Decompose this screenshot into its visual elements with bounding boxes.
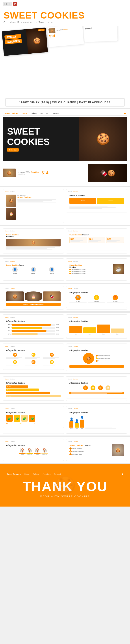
people-content: Infographic Section 👤 Item 👤 Item 👤 xyxy=(68,410,125,432)
process-arrow-3: → xyxy=(103,387,105,389)
free-flyer: Free Flyer xyxy=(18,174,39,175)
preview-hero-slide: SWEET COOKIES 🍪 Order Now xyxy=(2,27,48,56)
bar-row-1: 90% 90% xyxy=(6,324,61,326)
house-slide: Sweet Cookies Infographic Section 🏠 Loca… xyxy=(3,439,64,461)
house-label-3: Location xyxy=(35,454,39,455)
price-row: 🍪 Happy With Cookies Free Flyer $14 🍫🍪 xyxy=(3,162,127,184)
person-col-1: 👤 Item xyxy=(69,418,73,429)
bar-fill-1 xyxy=(11,324,51,326)
icon-line-3 xyxy=(107,302,124,303)
ni1-title: Infographic Section xyxy=(6,349,61,352)
puzzle-title: Infographic Section xyxy=(6,412,61,414)
info1-title: Infographic Section xyxy=(69,292,124,294)
icon-info-grid-1: 🔍 01 Item ⭐ 02 Item 📍 03 Item xyxy=(69,295,124,303)
nav-item-about[interactable]: About us xyxy=(40,112,48,114)
num-item-5: 05 xyxy=(25,360,42,366)
bars-slide-2-wrap: Sweet Cookies Infographic Section Item xyxy=(66,314,127,339)
intro-title: Sweet Cookies xyxy=(17,196,61,198)
ppt-label: PPT xyxy=(3,2,12,6)
vbar-label-3: Item xyxy=(97,333,110,335)
facilities-slide: Sweet Cookies Sweet Cookies Facilities 🍪 xyxy=(3,228,64,253)
bars1-title: Infographic Section xyxy=(6,320,61,322)
ni1-nav-a: Sweet xyxy=(5,346,8,347)
ni1-nav-b: Cookies xyxy=(10,346,15,347)
team-title-sub: Team xyxy=(19,264,23,266)
service-items: Service item description Service item de… xyxy=(69,269,112,274)
info1-nav: Sweet Cookies xyxy=(68,288,125,289)
contact-items: 📞 +1 234 567 890 ✉ hello@cookies.com 📍 1… xyxy=(69,448,110,455)
bars1-nav: Sweet Cookies xyxy=(5,316,62,318)
ci-banner xyxy=(69,365,124,368)
si-dot-2 xyxy=(69,271,71,272)
num-info-row-1: Sweet Cookies Infographic Section 01 xyxy=(0,342,130,373)
vm-content: Vision & Mission Vision Mission xyxy=(68,193,125,210)
vm-line-3 xyxy=(69,206,108,207)
nav-item-bakery[interactable]: Bakery xyxy=(31,112,37,114)
num-badge-6: 06 xyxy=(50,360,54,364)
proc-banner-line-1 xyxy=(71,392,123,393)
process-banner xyxy=(69,392,124,394)
person-icon-3: 👤 xyxy=(80,416,84,420)
bars-row-1: Sweet Cookies Infographic Section 90% 90… xyxy=(0,312,130,340)
ty-nav-home[interactable]: Home xyxy=(24,473,29,475)
ppl-line-2 xyxy=(85,428,112,428)
hero-order-btn[interactable]: Order Now xyxy=(7,148,19,152)
bar-track-4 xyxy=(11,333,55,335)
puzzle-text-rows: 01 02 03 04 xyxy=(6,422,61,424)
vertical-bars-wrap: Item Item Item xyxy=(69,324,124,335)
puz-nav-b: Cookies xyxy=(10,408,15,409)
pyramid-content: Infographic Section 01 → 02 → 03 → 04 xyxy=(68,380,125,396)
person-label-3: Item xyxy=(81,428,83,429)
price-amount: $14 xyxy=(42,171,48,176)
nav-logo: Sweet Cookies xyxy=(4,112,18,114)
puzzle-people-row: Sweet Cookies Infographic Section 🧩 🧩 🧩 … xyxy=(0,404,130,436)
contact-email-icon: ✉ xyxy=(69,450,72,452)
ci-dot-3 xyxy=(96,360,98,362)
num-item-6: 06 xyxy=(43,360,61,366)
ni2-italic: Infographic xyxy=(69,349,80,352)
nav-item-contact[interactable]: Contact xyxy=(52,112,59,114)
vbar-4 xyxy=(111,328,124,333)
process-circle-2: 02 xyxy=(91,386,95,390)
hero-title-sweet: SWEET xyxy=(7,126,74,136)
card-lines-2 xyxy=(89,240,105,242)
ppt-icon: P xyxy=(13,2,17,6)
big-circle-1: 🍪 xyxy=(83,353,94,364)
nav-item-home[interactable]: Home xyxy=(22,112,27,114)
person-icon-2: 👤 xyxy=(75,419,79,423)
contact-slide-wrap: Sweet Cookies Sweet Cookies Contact 📞 +1… xyxy=(66,438,127,461)
house-line-3 xyxy=(34,453,40,454)
intro-text: Introduction Sweet Cookies xyxy=(17,194,61,220)
intro-line-3 xyxy=(17,202,43,202)
preview-product-title: Product xyxy=(85,27,92,30)
icon-text-1: 01 Item xyxy=(76,301,80,302)
puzzle-slide: Sweet Cookies Infographic Section 🧩 🧩 🧩 … xyxy=(3,406,64,428)
main-title: SWEET COOKIES xyxy=(3,11,127,20)
portfolio-slide-wrap: Sweet Cookies 🍪 🎂 🍫 Sweet Cookies Portfo… xyxy=(3,286,64,310)
si-text-3: Service item description xyxy=(71,273,86,274)
num-grid-2: 04 05 06 xyxy=(6,360,61,366)
vbar-label-1: Item xyxy=(69,333,82,335)
pyramid-label-4: 04 Title xyxy=(7,395,11,397)
bar-chart-1: 90% 90% 70% 70% 80% xyxy=(6,324,61,335)
puz-nav: Sweet Cookies xyxy=(5,408,62,409)
team-avatar-1: 👤 xyxy=(12,267,18,272)
ty-bg-text: 🍪 xyxy=(54,475,76,496)
puz-col-2: 02 xyxy=(20,422,33,424)
ty-nav-about[interactable]: About us xyxy=(43,473,51,475)
house-line-1 xyxy=(19,453,25,454)
people-slide: Sweet Cookies Infographic Section 👤 Item… xyxy=(66,406,127,434)
ci-text-2: Item description text xyxy=(99,358,110,359)
team-member-2: 👤 Member xyxy=(25,267,42,274)
bar-track-2 xyxy=(11,327,55,329)
num-badge-1: 01 xyxy=(13,353,17,357)
svc-title-main: Sweet Cookies xyxy=(69,264,82,266)
house-line-4 xyxy=(41,453,48,454)
product-slide: Sweet Cookies Sweet Cookies Product $14 xyxy=(66,228,127,250)
service-slide: Sweet Cookies Sweet Cookies Service Serv… xyxy=(66,258,127,281)
team-slide-wrap: Sweet Cookies Sweet Cookies Team 👤 Membe… xyxy=(3,258,64,281)
ty-nav-bakery[interactable]: Bakery xyxy=(33,473,39,475)
team-avatar-2: 👤 xyxy=(31,267,36,272)
puzzle-slide-wrap: Sweet Cookies Infographic Section 🧩 🧩 🧩 … xyxy=(3,406,64,434)
team-nav-sweet: Sweet xyxy=(5,260,8,262)
